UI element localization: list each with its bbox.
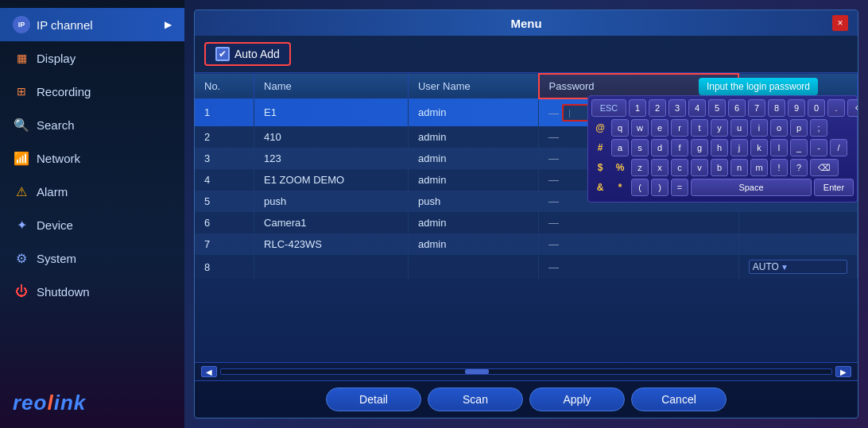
sidebar-item-recording[interactable]: ⊞ Recording (0, 75, 184, 108)
kb-key-f[interactable]: f (671, 139, 688, 156)
kb-key-4[interactable]: 4 (688, 99, 706, 117)
kb-key-j[interactable]: j (730, 139, 748, 156)
scan-button[interactable]: Scan (428, 388, 523, 411)
kb-key-6[interactable]: 6 (728, 99, 746, 117)
kb-key-y[interactable]: y (711, 119, 728, 137)
sidebar-item-ip-channel[interactable]: IP IP channel ▶ (0, 8, 184, 41)
col-header-username: User Name (408, 74, 538, 98)
kb-key-3[interactable]: 3 (668, 99, 686, 117)
kb-key-h[interactable]: h (711, 139, 728, 156)
kb-key-t[interactable]: t (691, 119, 708, 137)
kb-label-dollar: $ (591, 159, 609, 176)
sidebar-item-system[interactable]: ⚙ System (0, 241, 184, 275)
kb-key-question[interactable]: ? (790, 159, 808, 176)
kb-key-z[interactable]: z (631, 159, 649, 176)
kb-key-v[interactable]: v (691, 159, 708, 176)
kb-key-2[interactable]: 2 (649, 99, 666, 117)
cell-no: 6 (195, 212, 254, 233)
kb-label-percent: % (611, 159, 629, 176)
kb-label-hash: # (591, 139, 609, 156)
kb-key-1[interactable]: 1 (629, 99, 646, 117)
kb-key-semicolon[interactable]: ; (810, 119, 827, 137)
kb-key-rparen[interactable]: ) (651, 179, 668, 196)
kb-key-q[interactable]: q (611, 119, 629, 137)
kb-key-8[interactable]: 8 (768, 99, 785, 117)
apply-button[interactable]: Apply (529, 388, 625, 411)
cell-username: admin (408, 233, 538, 255)
sidebar-item-search[interactable]: 🔍 Search (0, 108, 184, 141)
sidebar-item-alarm[interactable]: ⚠ Alarm (0, 175, 184, 208)
kb-key-a[interactable]: a (611, 139, 629, 156)
kb-key-9[interactable]: 9 (788, 99, 805, 117)
kb-key-u[interactable]: u (730, 119, 748, 137)
device-icon: ✦ (13, 216, 30, 233)
sidebar-item-shutdown[interactable]: ⏻ Shutdown (0, 275, 184, 308)
kb-key-backspace[interactable]: ⌫ (847, 99, 858, 117)
kb-key-lparen[interactable]: ( (631, 179, 649, 196)
sidebar-item-device[interactable]: ✦ Device (0, 208, 184, 241)
cell-protocol: AUTO ▼ (738, 255, 857, 279)
kb-key-exclaim[interactable]: ! (770, 159, 788, 176)
kb-key-enter[interactable]: Enter (814, 179, 854, 196)
kb-key-equals[interactable]: = (671, 179, 688, 196)
kb-key-l[interactable]: l (770, 139, 788, 156)
sidebar-label-system: System (37, 252, 76, 265)
kb-key-s[interactable]: s (631, 139, 649, 156)
kb-key-esc[interactable]: ESC (591, 99, 626, 117)
kb-key-g[interactable]: g (691, 139, 708, 156)
auto-add-checkbox[interactable]: ✔ (215, 47, 230, 61)
cell-no: 8 (195, 255, 254, 279)
kb-key-o[interactable]: o (770, 119, 788, 137)
recording-icon: ⊞ (13, 83, 30, 100)
kb-key-p[interactable]: p (790, 119, 808, 137)
kb-key-backspace2[interactable]: ⌫ (810, 159, 839, 176)
protocol-dropdown[interactable]: AUTO ▼ (749, 260, 847, 274)
kb-key-dot[interactable]: . (827, 99, 845, 117)
kb-key-0[interactable]: 0 (808, 99, 825, 117)
kb-key-n[interactable]: n (730, 159, 748, 176)
col-header-no: No. (195, 74, 254, 98)
kb-key-minus[interactable]: - (810, 139, 827, 156)
sidebar-label-search: Search (37, 118, 75, 132)
kb-key-k[interactable]: k (750, 139, 768, 156)
kb-key-underscore[interactable]: _ (790, 139, 808, 156)
kb-key-b[interactable]: b (711, 159, 728, 176)
detail-button[interactable]: Detail (326, 388, 421, 411)
menu-titlebar: Menu × (195, 10, 858, 36)
cancel-button[interactable]: Cancel (631, 388, 727, 411)
sidebar-arrow-ip-channel: ▶ (165, 19, 172, 30)
kb-key-e[interactable]: e (651, 119, 668, 137)
cell-no: 4 (195, 169, 254, 191)
menu-window: Menu × ✔ Auto Add Input the login passwo… (194, 10, 858, 418)
kb-label-at: @ (591, 119, 609, 137)
scroll-track[interactable] (220, 368, 832, 375)
scroll-thumb[interactable] (465, 369, 489, 374)
kb-key-7[interactable]: 7 (748, 99, 765, 117)
kb-row-1: ESC 1 2 3 4 5 6 7 8 9 0 . ⌫ (591, 99, 854, 117)
kb-key-w[interactable]: w (631, 119, 649, 137)
auto-add-button[interactable]: ✔ Auto Add (204, 42, 291, 66)
kb-key-i[interactable]: i (750, 119, 768, 137)
main-content: Menu × ✔ Auto Add Input the login passwo… (184, 0, 868, 428)
kb-key-c[interactable]: c (671, 159, 688, 176)
kb-key-slash[interactable]: / (830, 139, 847, 156)
horizontal-scrollbar: ◀ ▶ (195, 362, 858, 381)
cell-username: admin (408, 126, 538, 148)
kb-row-4: $ % z x c v b n m ! ? ⌫ (591, 159, 854, 176)
kb-key-d[interactable]: d (651, 139, 668, 156)
kb-row-2: @ q w e r t y u i o p ; (591, 119, 854, 137)
kb-key-space[interactable]: Space (691, 179, 812, 196)
kb-key-5[interactable]: 5 (708, 99, 726, 117)
display-icon: ▦ (13, 49, 30, 67)
kb-key-m[interactable]: m (750, 159, 768, 176)
close-button[interactable]: × (832, 15, 848, 31)
sidebar-item-display[interactable]: ▦ Display (0, 41, 184, 75)
sidebar-label-alarm: Alarm (37, 185, 68, 199)
scroll-left-button[interactable]: ◀ (201, 366, 217, 377)
sidebar-item-network[interactable]: 📶 Network (0, 141, 184, 175)
kb-key-r[interactable]: r (671, 119, 688, 137)
virtual-keyboard: ESC 1 2 3 4 5 6 7 8 9 0 . ⌫ @ q (587, 95, 858, 202)
kb-key-x[interactable]: x (651, 159, 668, 176)
scroll-right-button[interactable]: ▶ (835, 366, 851, 377)
network-icon: 📶 (13, 149, 30, 167)
